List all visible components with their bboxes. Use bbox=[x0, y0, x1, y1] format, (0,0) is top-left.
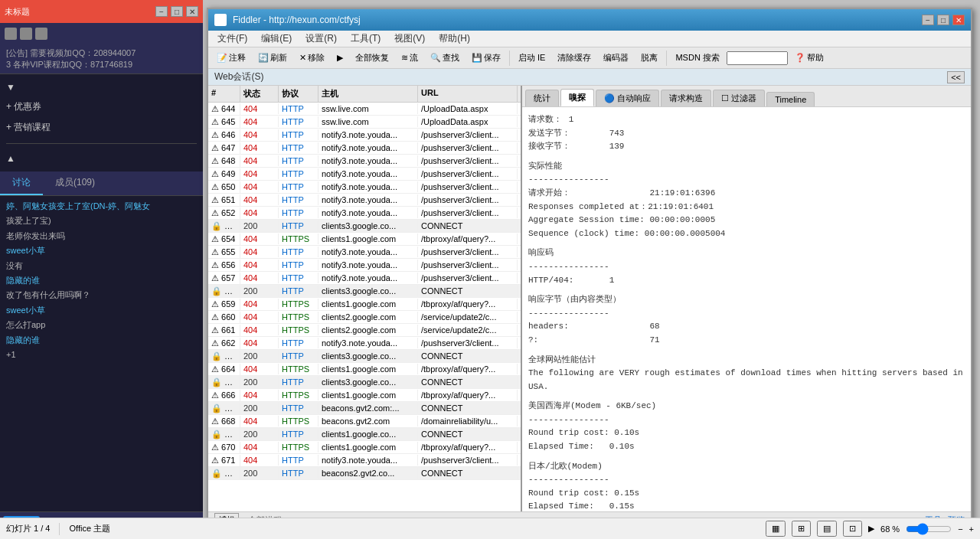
window-title: Fiddler - http://hexun.com/ctfysj bbox=[233, 15, 361, 25]
web-session-label: Web会话(S) bbox=[214, 70, 263, 83]
fiddler-icon bbox=[214, 14, 227, 26]
msdn-search-input[interactable] bbox=[727, 51, 788, 65]
table-row[interactable]: ⚠ 651 404 HTTP notify3.note.youda... /pu… bbox=[208, 194, 521, 207]
table-row[interactable]: ⚠ 659 404 HTTPS clients1.google.com /tbp… bbox=[208, 298, 521, 311]
cell-num: ⚠ 649 bbox=[208, 168, 240, 180]
table-row[interactable]: ⚠ 664 404 HTTPS clients1.google.com /tbp… bbox=[208, 363, 521, 376]
toolbar-find[interactable]: 🔍 查找 bbox=[425, 50, 465, 66]
win-minimize[interactable]: − bbox=[922, 15, 934, 25]
table-row[interactable]: ⚠ 662 404 HTTP notify3.note.youda... /pu… bbox=[208, 337, 521, 350]
table-row[interactable]: ⚠ 645 404 HTTP ssw.live.com /UploadData.… bbox=[208, 116, 521, 129]
slideshow-btn[interactable]: ▶ bbox=[868, 524, 874, 534]
toolbar-help[interactable]: ❓ 帮助 bbox=[789, 50, 829, 66]
menu-tools[interactable]: 工具(T) bbox=[345, 31, 387, 47]
coupon-item[interactable]: + 优惠券 bbox=[6, 99, 197, 115]
menu-settings[interactable]: 设置(R) bbox=[299, 31, 343, 47]
toolbar-refresh[interactable]: 🔄 刷新 bbox=[253, 50, 292, 66]
win-restore[interactable]: □ bbox=[937, 15, 949, 25]
menu-help[interactable]: 帮助(H) bbox=[433, 31, 476, 47]
table-row[interactable]: ⚠ 646 404 HTTP notify3.note.youda... /pu… bbox=[208, 129, 521, 142]
stats-http404: HTTP/404: 1 bbox=[528, 274, 965, 288]
tab-compose[interactable]: 请求构造 bbox=[661, 90, 711, 106]
left-menu: ▼ + 优惠券 + 营销课程 ▲ bbox=[0, 74, 203, 172]
menu-file[interactable]: 文件(F) bbox=[211, 31, 253, 47]
minimize-btn[interactable]: − bbox=[155, 6, 168, 17]
cell-proto: HTTP bbox=[279, 207, 318, 218]
cell-num: ⚠ 654 bbox=[208, 234, 240, 245]
table-row[interactable]: ⚠ 655 404 HTTP notify3.note.youda... /pu… bbox=[208, 246, 521, 259]
table-row[interactable]: 🔒 667 200 HTTP beacons.gvt2.com:... CONN… bbox=[208, 402, 521, 415]
nav-icon-2 bbox=[20, 28, 32, 40]
table-row[interactable]: ⚠ 660 404 HTTPS clients2.google.com /ser… bbox=[208, 311, 521, 324]
cell-proto: HTTPS bbox=[279, 299, 318, 309]
tab-stats[interactable]: 统计 bbox=[525, 90, 559, 106]
view-normal-btn[interactable]: ▦ bbox=[766, 521, 786, 537]
table-row[interactable]: ⚠ 649 404 HTTP notify3.note.youda... /pu… bbox=[208, 168, 521, 181]
cell-proto: HTTPS bbox=[279, 312, 318, 322]
restore-btn[interactable]: □ bbox=[171, 6, 183, 17]
cell-host: clients3.google.co... bbox=[318, 220, 418, 231]
table-row[interactable]: ⚠ 661 404 HTTPS clients2.google.com /ser… bbox=[208, 324, 521, 337]
table-row[interactable]: ⚠ 668 404 HTTPS beacons.gvt2.com /domain… bbox=[208, 415, 521, 428]
toolbar-clear-cache[interactable]: 清除缓存 bbox=[552, 50, 596, 66]
tab-discuss[interactable]: 讨论 bbox=[0, 172, 43, 195]
table-row[interactable]: 🔒 669 200 HTTP clients1.google.co... CON… bbox=[208, 428, 521, 441]
table-row[interactable]: 🔒 653 200 HTTP clients3.google.co... CON… bbox=[208, 220, 521, 233]
table-row[interactable]: 🔒 665 200 HTTP clients3.google.co... CON… bbox=[208, 376, 521, 389]
table-row[interactable]: ⚠ 647 404 HTTP notify3.note.youda... /pu… bbox=[208, 142, 521, 155]
tab-members[interactable]: 成员(109) bbox=[43, 172, 107, 195]
toolbar-remove[interactable]: ✕ 移除 bbox=[294, 50, 330, 66]
toolbar-detach[interactable]: 脱离 bbox=[635, 50, 663, 66]
win-close[interactable]: ✕ bbox=[952, 15, 965, 25]
table-row[interactable]: ⚠ 650 404 HTTP notify3.note.youda... /pu… bbox=[208, 181, 521, 194]
table-row[interactable]: ⚠ 644 404 HTTP ssw.live.com /UploadData.… bbox=[208, 103, 521, 116]
stats-resp-code-title: 响应码 bbox=[528, 247, 965, 260]
menu-edit[interactable]: 编辑(E) bbox=[255, 31, 298, 47]
toolbar-save[interactable]: 💾 保存 bbox=[466, 50, 506, 66]
cell-status: 200 bbox=[240, 351, 279, 361]
zoom-slider[interactable] bbox=[906, 523, 952, 535]
tab-timeline[interactable]: Timeline bbox=[766, 92, 815, 106]
collapse-sessions-btn[interactable]: << bbox=[947, 71, 965, 83]
table-row[interactable]: ⚠ 657 404 HTTP notify3.note.youda... /pu… bbox=[208, 272, 521, 285]
table-row[interactable]: ⚠ 656 404 HTTP notify3.note.youda... /pu… bbox=[208, 259, 521, 272]
toolbar-encoder[interactable]: 编码器 bbox=[598, 50, 634, 66]
collapse-item[interactable]: ▼ bbox=[6, 80, 197, 94]
view-slide-btn[interactable]: ▤ bbox=[817, 521, 837, 537]
toolbar-restore-all[interactable]: 全部恢复 bbox=[350, 50, 394, 66]
table-row[interactable]: ⚠ 654 404 HTTPS clients1.google.com /tbp… bbox=[208, 233, 521, 246]
cell-url: /pushserver3/client... bbox=[418, 455, 518, 466]
cell-host: notify3.note.youda... bbox=[318, 247, 418, 257]
toolbar-play[interactable]: ▶ bbox=[332, 51, 348, 65]
zoom-in-btn[interactable]: + bbox=[969, 524, 974, 534]
tab-filter[interactable]: ☐ 过滤器 bbox=[713, 90, 765, 106]
cell-url: /pushserver3/client... bbox=[418, 247, 518, 257]
cell-num: ⚠ 671 bbox=[208, 455, 240, 466]
tab-auto-respond[interactable]: 🔵 自动响应 bbox=[596, 90, 659, 106]
table-row[interactable]: ⚠ 648 404 HTTP notify3.note.youda... /pu… bbox=[208, 155, 521, 168]
zoom-out-btn[interactable]: − bbox=[958, 524, 962, 534]
cell-num: ⚠ 651 bbox=[208, 194, 240, 206]
table-row[interactable]: 🔒 663 200 HTTP clients3.google.co... CON… bbox=[208, 350, 521, 363]
table-row[interactable]: ⚠ 652 404 HTTP notify3.note.youda... /pu… bbox=[208, 207, 521, 220]
view-reading-btn[interactable]: ⊡ bbox=[843, 521, 862, 537]
toolbar-msdn[interactable]: MSDN 搜索 bbox=[670, 50, 724, 66]
table-row[interactable]: 🔒 672 200 HTTP beacons2.gvt2.co... CONNE… bbox=[208, 467, 521, 480]
toolbar-stream[interactable]: ≋ 流 bbox=[396, 50, 423, 66]
close-btn[interactable]: ✕ bbox=[186, 6, 198, 17]
cell-status: 404 bbox=[240, 181, 279, 192]
cell-host: notify3.note.youda... bbox=[318, 181, 418, 192]
table-row[interactable]: ⚠ 671 404 HTTP notify3.note.youda... /pu… bbox=[208, 454, 521, 467]
view-outline-btn[interactable]: ⊞ bbox=[792, 521, 811, 537]
toolbar-comment[interactable]: 📝 注释 bbox=[211, 50, 251, 66]
table-row[interactable]: 🔒 658 200 HTTP clients3.google.co... CON… bbox=[208, 285, 521, 298]
expand-item[interactable]: ▲ bbox=[6, 152, 197, 165]
toolbar-launch-ie[interactable]: 启动 IE bbox=[513, 50, 550, 66]
menu-view[interactable]: 视图(V) bbox=[388, 31, 431, 47]
tab-sniff[interactable]: 嗅探 bbox=[560, 89, 594, 106]
stats-requests: 请求数： 1 发送字节： 743 接收字节： 139 bbox=[528, 113, 965, 154]
cell-num: 🔒 665 bbox=[208, 377, 240, 388]
table-row[interactable]: ⚠ 666 404 HTTPS clients1.google.com /tbp… bbox=[208, 389, 521, 402]
course-item[interactable]: + 营销课程 bbox=[6, 119, 197, 136]
table-row[interactable]: ⚠ 670 404 HTTPS clients1.google.com /tbp… bbox=[208, 441, 521, 454]
